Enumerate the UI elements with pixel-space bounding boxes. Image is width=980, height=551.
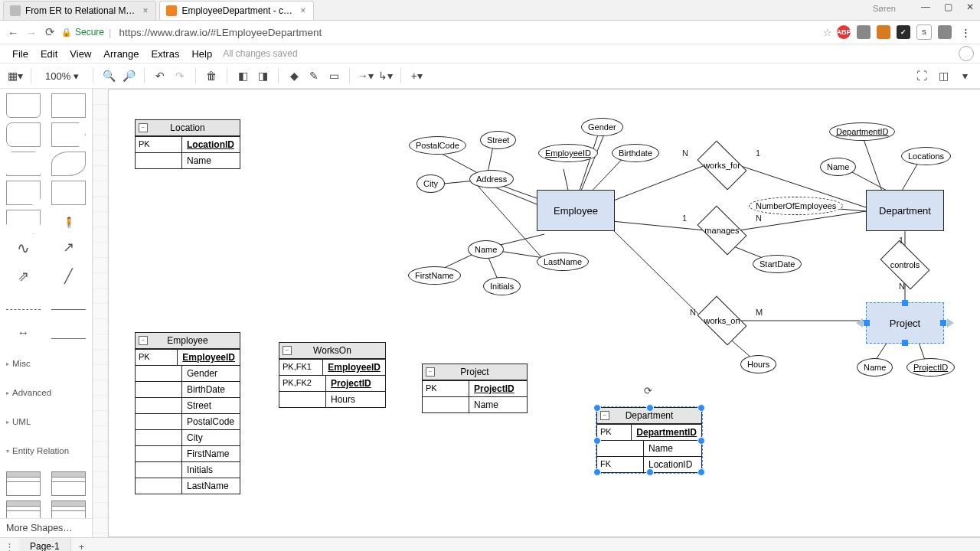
shape-swatch[interactable]: [6, 309, 41, 310]
shape-swatch[interactable]: [6, 181, 41, 205]
redo-icon[interactable]: ↷: [171, 67, 189, 85]
fold-icon[interactable]: −: [283, 346, 292, 355]
zoom-select[interactable]: 100% ▾: [38, 70, 87, 82]
fold-icon[interactable]: −: [139, 123, 148, 132]
page-menu-icon[interactable]: ⋮: [0, 541, 19, 552]
menu-extras[interactable]: Extras: [145, 48, 186, 60]
extension-icon[interactable]: S: [916, 24, 932, 40]
attr-employeeid[interactable]: EmployeeID: [538, 144, 598, 162]
table-location[interactable]: −Location PKLocationID Name: [135, 119, 240, 169]
shape-swatch[interactable]: ∿: [6, 239, 41, 263]
shape-swatch[interactable]: ↗: [51, 239, 86, 263]
fold-icon[interactable]: −: [139, 336, 148, 345]
attr-numemp[interactable]: NumberOfEmployees: [749, 197, 843, 215]
attr-departmentid[interactable]: DepartmentID: [829, 122, 895, 141]
minimize-icon[interactable]: —: [921, 2, 930, 12]
shape-swatch[interactable]: [51, 309, 86, 310]
sidebar-section-misc[interactable]: Misc: [2, 354, 90, 373]
entity-project[interactable]: Project: [866, 302, 944, 344]
menu-file[interactable]: File: [6, 48, 34, 60]
to-front-icon[interactable]: ◧: [234, 67, 252, 85]
relation-manages[interactable]: manages: [701, 217, 743, 244]
waypoints-icon[interactable]: ↳▾: [376, 67, 394, 85]
attr-firstname[interactable]: FirstName: [408, 266, 461, 285]
shape-swatch[interactable]: [6, 93, 41, 118]
sidebar-section-entity-relation[interactable]: Entity Relation: [2, 441, 90, 461]
table-workson[interactable]: −WorksOn PK,FK1EmployeeID PK,FK2ProjectI…: [279, 342, 386, 408]
url-field[interactable]: https://www.draw.io/#LEmployeeDepartment: [116, 27, 818, 38]
back-icon[interactable]: ←: [6, 25, 20, 39]
extension-icon[interactable]: [857, 25, 871, 39]
abp-extension-icon[interactable]: ABP: [837, 25, 851, 39]
shape-swatch[interactable]: [51, 93, 86, 118]
shape-swatch[interactable]: [51, 122, 86, 147]
connection-icon[interactable]: →▾: [356, 67, 374, 85]
attr-name-emp[interactable]: Name: [468, 240, 504, 259]
entity-employee[interactable]: Employee: [537, 190, 615, 231]
shape-swatch[interactable]: [6, 471, 41, 496]
star-icon[interactable]: ☆: [823, 27, 832, 38]
shape-swatch[interactable]: [51, 181, 86, 205]
menu-arrange[interactable]: Arrange: [97, 48, 145, 60]
reload-icon[interactable]: ⟳: [43, 25, 57, 39]
rotate-icon[interactable]: ⟳: [644, 385, 655, 396]
shape-swatch[interactable]: [51, 471, 86, 496]
attr-address[interactable]: Address: [469, 170, 514, 188]
close-icon[interactable]: ×: [300, 5, 305, 16]
forward-icon[interactable]: →: [24, 25, 38, 39]
add-page-button[interactable]: +: [71, 541, 93, 552]
attr-name-proj[interactable]: Name: [857, 358, 893, 377]
shape-swatch[interactable]: [51, 152, 86, 176]
shape-swatch[interactable]: [6, 152, 41, 176]
shape-swatch[interactable]: [6, 500, 41, 518]
relation-controls[interactable]: controls: [884, 251, 926, 279]
shape-swatch[interactable]: ╱: [51, 268, 86, 292]
attr-projectid[interactable]: ProjectID: [906, 358, 955, 377]
zoom-out-icon[interactable]: 🔎: [119, 67, 138, 85]
shape-swatch[interactable]: 🧍: [51, 210, 86, 234]
attr-startdate[interactable]: StartDate: [753, 255, 802, 273]
insert-icon[interactable]: +▾: [407, 67, 426, 85]
fullscreen-icon[interactable]: ⛶: [913, 67, 931, 85]
attr-hours[interactable]: Hours: [740, 355, 776, 373]
page-tab[interactable]: Page-1: [19, 538, 71, 551]
fold-icon[interactable]: −: [426, 367, 435, 377]
undo-icon[interactable]: ↶: [151, 67, 169, 85]
menu-view[interactable]: View: [64, 48, 97, 60]
menu-edit[interactable]: Edit: [34, 48, 64, 60]
table-project[interactable]: −Project PKProjectID Name: [422, 364, 528, 413]
attr-street[interactable]: Street: [480, 131, 516, 149]
attr-initials[interactable]: Initials: [483, 277, 521, 295]
table-employee[interactable]: −Employee PKEmployeeID Gender BirthDate …: [135, 332, 240, 494]
chrome-menu-icon[interactable]: ⋮: [958, 27, 974, 38]
shape-swatch[interactable]: [6, 122, 41, 147]
shape-swatch[interactable]: ↔: [6, 326, 41, 350]
attr-gender[interactable]: Gender: [581, 118, 623, 136]
shape-swatch[interactable]: [6, 210, 41, 234]
attr-locations[interactable]: Locations: [901, 147, 951, 165]
view-mode-icon[interactable]: ▦▾: [6, 67, 24, 85]
to-back-icon[interactable]: ◨: [253, 67, 272, 85]
extension-icon[interactable]: ✓: [897, 25, 910, 39]
attr-name-dept[interactable]: Name: [820, 158, 856, 176]
relation-works-for[interactable]: works_for: [701, 152, 743, 179]
shape-swatch[interactable]: ⇗: [6, 268, 41, 292]
table-department[interactable]: −Department PKDepartmentID Name FKLocati…: [596, 407, 702, 473]
line-color-icon[interactable]: ✎: [305, 67, 323, 85]
browser-tab[interactable]: EmployeeDepartment - c… ×: [159, 1, 314, 20]
attr-postal[interactable]: PostalCode: [409, 136, 466, 155]
chrome-user-label[interactable]: Søren: [873, 4, 896, 13]
shape-swatch[interactable]: [51, 338, 86, 339]
canvas[interactable]: −Location PKLocationID Name −Employee PK…: [93, 89, 980, 537]
secure-indicator[interactable]: 🔒 Secure: [61, 27, 104, 37]
maximize-icon[interactable]: ▢: [944, 2, 952, 12]
fill-color-icon[interactable]: ◆: [285, 67, 303, 85]
sidebar-section-advanced[interactable]: Advanced: [2, 383, 90, 403]
close-icon[interactable]: ×: [142, 5, 148, 16]
attr-city[interactable]: City: [416, 174, 445, 193]
shape-swatch[interactable]: [51, 500, 86, 518]
close-window-icon[interactable]: ✕: [966, 2, 974, 12]
entity-department[interactable]: Department: [866, 190, 944, 231]
zoom-in-icon[interactable]: 🔍: [100, 67, 118, 85]
relation-works-on[interactable]: works_on: [701, 307, 743, 334]
